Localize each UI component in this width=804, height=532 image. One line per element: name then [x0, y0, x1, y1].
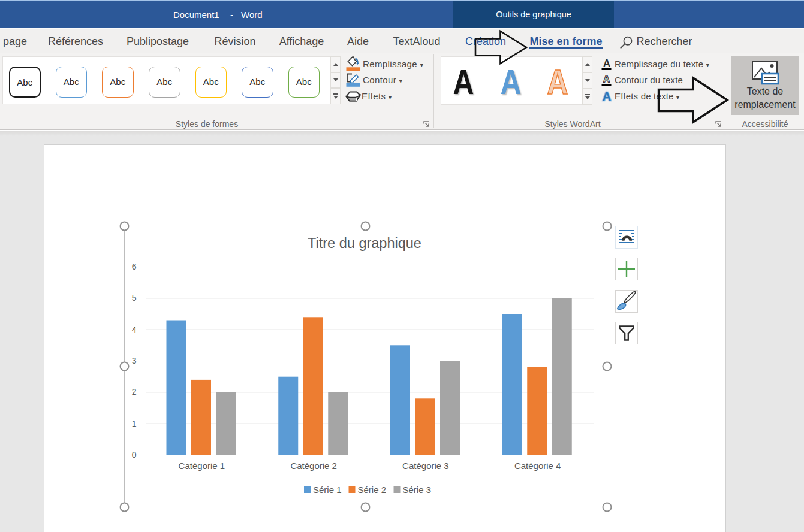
svg-text:5: 5: [132, 293, 137, 303]
svg-text:Catégorie 2: Catégorie 2: [290, 461, 337, 471]
svg-text:Titre du graphique: Titre du graphique: [308, 235, 421, 251]
svg-text:Catégorie 1: Catégorie 1: [179, 461, 225, 471]
svg-text:0: 0: [132, 450, 137, 460]
svg-text:Série 2: Série 2: [358, 485, 387, 495]
svg-text:6: 6: [132, 262, 137, 271]
svg-text:3: 3: [132, 356, 137, 365]
svg-text:Série 1: Série 1: [313, 485, 342, 495]
svg-text:4: 4: [132, 325, 137, 334]
svg-text:Série 3: Série 3: [403, 485, 432, 495]
svg-text:1: 1: [132, 419, 137, 428]
svg-text:Catégorie 3: Catégorie 3: [402, 461, 449, 471]
svg-text:Catégorie 4: Catégorie 4: [514, 461, 561, 471]
svg-text:2: 2: [132, 387, 137, 397]
